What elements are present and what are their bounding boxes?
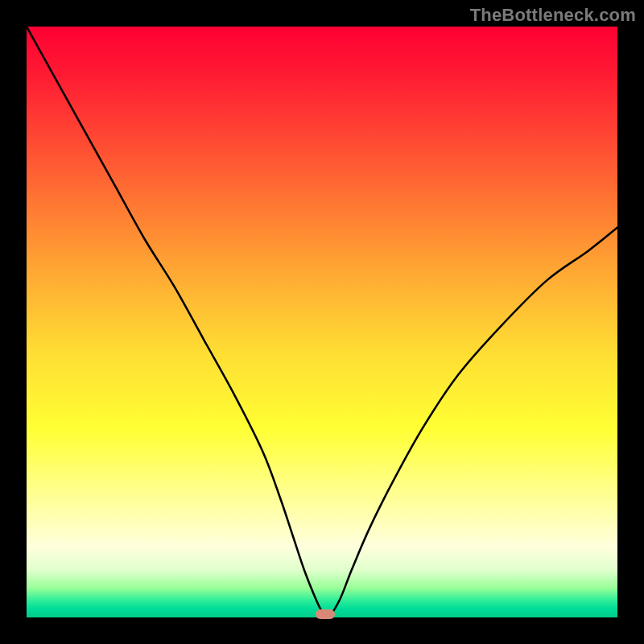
chart-frame: TheBottleneck.com (0, 0, 644, 644)
plot-area (27, 27, 617, 617)
bottleneck-curve (27, 27, 617, 617)
optimal-point-marker (316, 609, 335, 619)
watermark-text: TheBottleneck.com (470, 5, 636, 26)
